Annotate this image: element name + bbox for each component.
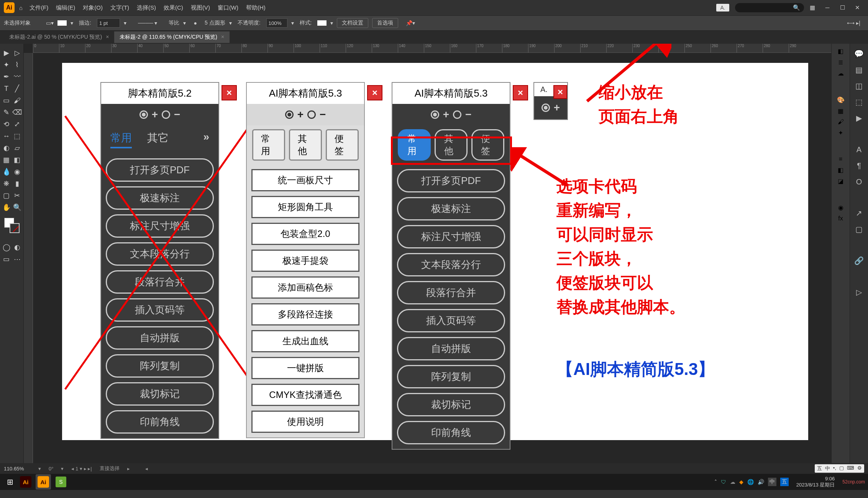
- history-panel-icon[interactable]: ▷: [853, 286, 865, 298]
- script-btn[interactable]: 段落行合并: [397, 281, 505, 304]
- close-panel-button[interactable]: ×: [222, 85, 237, 100]
- maximize-button[interactable]: ☐: [836, 4, 849, 11]
- links-panel-icon[interactable]: 🔗: [853, 255, 865, 267]
- task-illustrator[interactable]: Ai: [18, 474, 33, 490]
- comments-icon[interactable]: 💬: [853, 48, 865, 60]
- shape-builder-tool[interactable]: ◐: [1, 143, 12, 153]
- menu-window[interactable]: 窗口(W): [218, 4, 238, 12]
- gradient-tool[interactable]: ◧: [12, 154, 23, 165]
- stroke-panel-icon[interactable]: ≡: [839, 156, 842, 163]
- selection-tool[interactable]: ▶: [1, 48, 12, 58]
- actions-panel-icon[interactable]: ▶: [853, 112, 865, 124]
- radio-off[interactable]: [453, 110, 461, 119]
- line-tool[interactable]: ╱: [12, 83, 23, 94]
- artboard-tool[interactable]: ▢: [1, 190, 12, 201]
- script-btn[interactable]: 标注尺寸增强: [397, 225, 505, 248]
- stroke-swatch[interactable]: [57, 20, 67, 26]
- stroke-input[interactable]: [97, 18, 120, 28]
- ime-punct-icon[interactable]: •,: [833, 465, 836, 472]
- panel-expand-icon[interactable]: ⟷ ▸|: [847, 20, 860, 26]
- ime-icon[interactable]: 五: [817, 465, 822, 472]
- script-btn[interactable]: 添加画稿色标: [251, 276, 359, 299]
- script-btn[interactable]: 统一画板尺寸: [251, 169, 359, 191]
- close-tab-icon[interactable]: ×: [106, 34, 109, 40]
- script-btn[interactable]: 印前角线: [397, 421, 505, 444]
- minimize-button[interactable]: ─: [821, 4, 834, 11]
- script-btn[interactable]: 使用说明: [251, 411, 359, 433]
- ime-width-icon[interactable]: ▢: [839, 465, 844, 472]
- draw-mode-behind[interactable]: ◐: [12, 242, 23, 253]
- script-btn[interactable]: 一键拼版: [251, 357, 359, 379]
- tray-ime-zh-icon[interactable]: 中: [768, 478, 776, 486]
- script-btn[interactable]: 生成出血线: [251, 330, 359, 352]
- curvature-tool[interactable]: 〰: [12, 71, 23, 82]
- task-app[interactable]: S: [53, 474, 69, 490]
- eyedropper-tool[interactable]: 💧: [1, 166, 12, 177]
- opacity-input[interactable]: [266, 18, 287, 28]
- paragraph-panel-icon[interactable]: ¶: [853, 159, 865, 172]
- tray-network-icon[interactable]: 🌐: [747, 479, 754, 485]
- tray-shield-icon[interactable]: 🛡: [721, 479, 726, 485]
- script-btn[interactable]: CMYK查找潘通色: [251, 384, 359, 406]
- arrange-docs-icon[interactable]: ▦: [810, 4, 815, 11]
- clock[interactable]: 9:06 2023/8/13 星期日: [796, 476, 835, 488]
- tray-onedrive-icon[interactable]: ☁: [730, 479, 735, 485]
- direct-selection-tool[interactable]: ▷: [12, 48, 23, 58]
- script-btn[interactable]: 自动拼版: [397, 337, 505, 360]
- script-btn[interactable]: 裁切标记: [397, 393, 505, 416]
- script-btn[interactable]: 极速标注: [397, 197, 505, 220]
- menu-object[interactable]: 对象(O): [83, 4, 103, 12]
- zoom-tool[interactable]: 🔍: [12, 202, 23, 213]
- tray-up-icon[interactable]: ˄: [714, 479, 717, 485]
- pathfinder-panel-icon[interactable]: ◫: [853, 80, 865, 92]
- radio-off[interactable]: [307, 110, 316, 119]
- doc-tab-1[interactable]: 未标题-2.ai @ 50 % (CMYK/CPU 预览)×: [4, 31, 114, 43]
- uniform-label[interactable]: 等比: [169, 20, 179, 26]
- brushes-panel-icon[interactable]: 🖌: [838, 118, 844, 125]
- color-panel-icon[interactable]: 🎨: [837, 96, 845, 104]
- rotate-tool[interactable]: ⟲: [1, 119, 12, 130]
- menu-help[interactable]: 帮助(H): [246, 4, 266, 12]
- menu-edit[interactable]: 编辑(E): [56, 4, 75, 12]
- radio-on[interactable]: [541, 104, 550, 112]
- ime-settings-icon[interactable]: ⚙: [857, 465, 862, 472]
- brush-label[interactable]: 5 点圆形: [205, 20, 225, 26]
- zoom-input[interactable]: [4, 466, 31, 472]
- mesh-tool[interactable]: ▦: [1, 154, 12, 165]
- color-chips[interactable]: [4, 218, 20, 233]
- tray-ime-wu-icon[interactable]: 五: [780, 478, 789, 486]
- scale-tool[interactable]: ⤢: [12, 119, 23, 130]
- tab-notes[interactable]: 便签: [326, 129, 359, 161]
- menu-select[interactable]: 选择(S): [137, 4, 156, 12]
- char-panel-icon[interactable]: A: [853, 143, 865, 156]
- fill-icon[interactable]: ▭▾: [46, 20, 54, 26]
- screen-mode[interactable]: ▭: [1, 254, 12, 265]
- align-panel-icon[interactable]: ▤: [853, 64, 865, 76]
- swatches-panel-icon[interactable]: ▦: [838, 107, 843, 115]
- tab-other[interactable]: 其他: [289, 129, 322, 161]
- menu-view[interactable]: 视图(V): [191, 4, 210, 12]
- free-transform-tool[interactable]: ⬚: [12, 131, 23, 141]
- draw-mode-normal[interactable]: ◯: [1, 242, 12, 253]
- tab-common[interactable]: 常用: [252, 129, 285, 161]
- preferences-button[interactable]: 首选项: [372, 18, 398, 28]
- type-tool[interactable]: T: [1, 83, 12, 94]
- artboard-nav[interactable]: 1: [75, 466, 78, 472]
- graphic-styles-panel-icon[interactable]: fx: [838, 215, 843, 222]
- script-btn[interactable]: 多段路径连接: [251, 303, 359, 325]
- close-panel-button[interactable]: ×: [553, 85, 567, 99]
- script-btn[interactable]: 矩形圆角工具: [251, 196, 359, 218]
- menu-type[interactable]: 文字(T): [110, 4, 129, 12]
- magic-wand-tool[interactable]: ✦: [1, 59, 12, 70]
- mini-dock-label[interactable]: A.: [716, 4, 729, 12]
- close-tab-icon[interactable]: ×: [221, 34, 224, 40]
- start-button[interactable]: ⊞: [3, 475, 17, 489]
- ime-zh-icon[interactable]: 中: [825, 465, 830, 472]
- slice-tool[interactable]: ✂: [12, 190, 23, 201]
- layers-panel-icon[interactable]: ≣: [838, 59, 843, 66]
- menu-effect[interactable]: 效果(C): [164, 4, 183, 12]
- rotate-value[interactable]: 0°: [49, 466, 53, 472]
- edit-toolbar[interactable]: ⋯: [12, 254, 23, 265]
- blend-tool[interactable]: ◉: [12, 166, 23, 177]
- script-btn[interactable]: 插入页码等: [397, 309, 505, 332]
